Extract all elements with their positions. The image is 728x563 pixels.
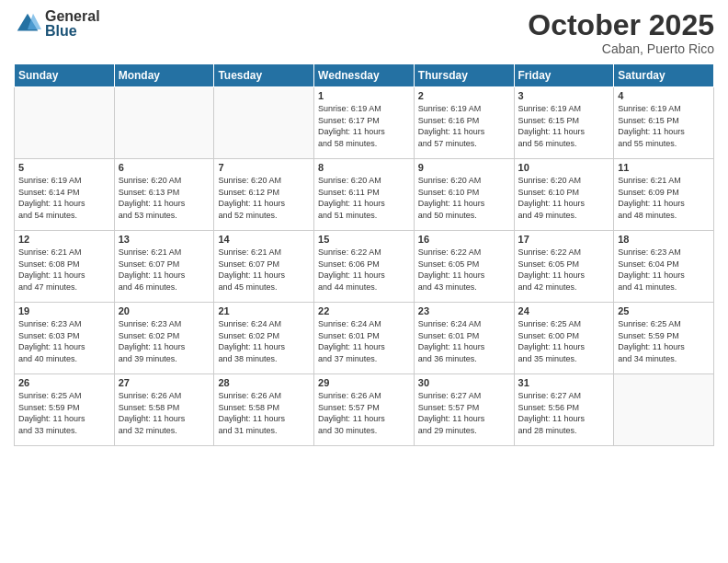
day-info: Sunrise: 6:27 AM Sunset: 5:56 PM Dayligh… <box>518 390 610 436</box>
calendar-week-4: 19Sunrise: 6:23 AM Sunset: 6:03 PM Dayli… <box>15 303 714 374</box>
logo-text: General Blue <box>45 9 100 39</box>
calendar-cell: 13Sunrise: 6:21 AM Sunset: 6:07 PM Dayli… <box>114 231 214 303</box>
day-info: Sunrise: 6:21 AM Sunset: 6:07 PM Dayligh… <box>218 247 310 293</box>
day-info: Sunrise: 6:22 AM Sunset: 6:05 PM Dayligh… <box>418 247 510 293</box>
calendar-cell: 16Sunrise: 6:22 AM Sunset: 6:05 PM Dayli… <box>414 231 514 303</box>
calendar-cell: 3Sunrise: 6:19 AM Sunset: 6:15 PM Daylig… <box>514 87 614 159</box>
day-number: 21 <box>218 305 310 316</box>
calendar-header: Sunday Monday Tuesday Wednesday Thursday… <box>15 64 714 87</box>
calendar-cell <box>15 87 115 159</box>
day-info: Sunrise: 6:25 AM Sunset: 5:59 PM Dayligh… <box>618 318 710 364</box>
calendar-cell <box>214 87 314 159</box>
calendar-body: 1Sunrise: 6:19 AM Sunset: 6:17 PM Daylig… <box>15 87 714 446</box>
day-number: 7 <box>218 162 310 173</box>
calendar-cell: 21Sunrise: 6:24 AM Sunset: 6:02 PM Dayli… <box>214 303 314 374</box>
calendar-cell: 18Sunrise: 6:23 AM Sunset: 6:04 PM Dayli… <box>614 231 714 303</box>
col-saturday: Saturday <box>614 64 714 87</box>
day-info: Sunrise: 6:25 AM Sunset: 5:59 PM Dayligh… <box>18 390 110 436</box>
page: General Blue October 2025 Caban, Puerto … <box>0 0 728 563</box>
day-number: 11 <box>618 162 710 173</box>
header-row: Sunday Monday Tuesday Wednesday Thursday… <box>15 64 714 87</box>
day-number: 3 <box>518 90 610 101</box>
day-number: 27 <box>119 377 210 388</box>
calendar-cell: 22Sunrise: 6:24 AM Sunset: 6:01 PM Dayli… <box>314 303 415 374</box>
day-number: 18 <box>618 234 710 245</box>
calendar-cell: 31Sunrise: 6:27 AM Sunset: 5:56 PM Dayli… <box>514 374 614 446</box>
calendar-cell: 7Sunrise: 6:20 AM Sunset: 6:12 PM Daylig… <box>214 159 314 231</box>
calendar-cell: 29Sunrise: 6:26 AM Sunset: 5:57 PM Dayli… <box>314 374 415 446</box>
col-monday: Monday <box>114 64 214 87</box>
calendar-cell: 2Sunrise: 6:19 AM Sunset: 6:16 PM Daylig… <box>414 87 514 159</box>
day-info: Sunrise: 6:21 AM Sunset: 6:08 PM Dayligh… <box>18 247 110 293</box>
day-number: 12 <box>18 234 110 245</box>
logo-blue: Blue <box>45 24 100 39</box>
calendar-week-5: 26Sunrise: 6:25 AM Sunset: 5:59 PM Dayli… <box>15 374 714 446</box>
day-info: Sunrise: 6:21 AM Sunset: 6:09 PM Dayligh… <box>618 175 710 221</box>
day-info: Sunrise: 6:26 AM Sunset: 5:57 PM Dayligh… <box>318 390 410 436</box>
day-number: 23 <box>418 305 510 316</box>
day-number: 14 <box>218 234 310 245</box>
calendar-cell: 28Sunrise: 6:26 AM Sunset: 5:58 PM Dayli… <box>214 374 314 446</box>
calendar-cell: 14Sunrise: 6:21 AM Sunset: 6:07 PM Dayli… <box>214 231 314 303</box>
day-number: 1 <box>318 90 410 101</box>
header: General Blue October 2025 Caban, Puerto … <box>14 9 714 56</box>
day-info: Sunrise: 6:23 AM Sunset: 6:04 PM Dayligh… <box>618 247 710 293</box>
day-info: Sunrise: 6:27 AM Sunset: 5:57 PM Dayligh… <box>418 390 510 436</box>
logo-general: General <box>45 9 100 24</box>
day-number: 19 <box>18 305 110 316</box>
calendar-week-3: 12Sunrise: 6:21 AM Sunset: 6:08 PM Dayli… <box>15 231 714 303</box>
calendar-cell: 15Sunrise: 6:22 AM Sunset: 6:06 PM Dayli… <box>314 231 415 303</box>
calendar-cell: 26Sunrise: 6:25 AM Sunset: 5:59 PM Dayli… <box>15 374 115 446</box>
calendar-cell: 12Sunrise: 6:21 AM Sunset: 6:08 PM Dayli… <box>15 231 115 303</box>
calendar-cell: 25Sunrise: 6:25 AM Sunset: 5:59 PM Dayli… <box>614 303 714 374</box>
day-info: Sunrise: 6:26 AM Sunset: 5:58 PM Dayligh… <box>218 390 310 436</box>
day-info: Sunrise: 6:20 AM Sunset: 6:10 PM Dayligh… <box>518 175 610 221</box>
day-info: Sunrise: 6:19 AM Sunset: 6:15 PM Dayligh… <box>618 103 710 149</box>
logo: General Blue <box>14 9 100 39</box>
day-info: Sunrise: 6:19 AM Sunset: 6:16 PM Dayligh… <box>418 103 510 149</box>
day-info: Sunrise: 6:20 AM Sunset: 6:12 PM Dayligh… <box>218 175 310 221</box>
day-number: 26 <box>18 377 110 388</box>
day-number: 22 <box>318 305 410 316</box>
day-number: 31 <box>518 377 610 388</box>
day-info: Sunrise: 6:20 AM Sunset: 6:11 PM Dayligh… <box>318 175 410 221</box>
col-friday: Friday <box>514 64 614 87</box>
calendar-cell: 4Sunrise: 6:19 AM Sunset: 6:15 PM Daylig… <box>614 87 714 159</box>
calendar-cell: 6Sunrise: 6:20 AM Sunset: 6:13 PM Daylig… <box>114 159 214 231</box>
day-number: 17 <box>518 234 610 245</box>
col-wednesday: Wednesday <box>314 64 415 87</box>
calendar-cell <box>114 87 214 159</box>
col-sunday: Sunday <box>15 64 115 87</box>
day-info: Sunrise: 6:19 AM Sunset: 6:17 PM Dayligh… <box>318 103 410 149</box>
day-info: Sunrise: 6:24 AM Sunset: 6:01 PM Dayligh… <box>318 318 410 364</box>
day-number: 30 <box>418 377 510 388</box>
day-number: 2 <box>418 90 510 101</box>
day-info: Sunrise: 6:26 AM Sunset: 5:58 PM Dayligh… <box>119 390 210 436</box>
calendar-cell: 20Sunrise: 6:23 AM Sunset: 6:02 PM Dayli… <box>114 303 214 374</box>
calendar-cell: 27Sunrise: 6:26 AM Sunset: 5:58 PM Dayli… <box>114 374 214 446</box>
calendar-cell: 8Sunrise: 6:20 AM Sunset: 6:11 PM Daylig… <box>314 159 415 231</box>
day-number: 28 <box>218 377 310 388</box>
location-subtitle: Caban, Puerto Rico <box>528 41 714 56</box>
calendar-week-2: 5Sunrise: 6:19 AM Sunset: 6:14 PM Daylig… <box>15 159 714 231</box>
calendar-cell: 10Sunrise: 6:20 AM Sunset: 6:10 PM Dayli… <box>514 159 614 231</box>
calendar-week-1: 1Sunrise: 6:19 AM Sunset: 6:17 PM Daylig… <box>15 87 714 159</box>
day-info: Sunrise: 6:20 AM Sunset: 6:10 PM Dayligh… <box>418 175 510 221</box>
calendar-cell <box>614 374 714 446</box>
day-number: 6 <box>119 162 210 173</box>
day-info: Sunrise: 6:23 AM Sunset: 6:02 PM Dayligh… <box>119 318 210 364</box>
calendar-cell: 9Sunrise: 6:20 AM Sunset: 6:10 PM Daylig… <box>414 159 514 231</box>
day-number: 16 <box>418 234 510 245</box>
calendar-cell: 30Sunrise: 6:27 AM Sunset: 5:57 PM Dayli… <box>414 374 514 446</box>
month-title: October 2025 <box>528 9 714 41</box>
day-number: 25 <box>618 305 710 316</box>
calendar-cell: 11Sunrise: 6:21 AM Sunset: 6:09 PM Dayli… <box>614 159 714 231</box>
day-number: 24 <box>518 305 610 316</box>
day-number: 20 <box>119 305 210 316</box>
calendar: Sunday Monday Tuesday Wednesday Thursday… <box>14 63 714 446</box>
day-info: Sunrise: 6:19 AM Sunset: 6:15 PM Dayligh… <box>518 103 610 149</box>
calendar-cell: 5Sunrise: 6:19 AM Sunset: 6:14 PM Daylig… <box>15 159 115 231</box>
day-number: 15 <box>318 234 410 245</box>
day-number: 4 <box>618 90 710 101</box>
calendar-cell: 19Sunrise: 6:23 AM Sunset: 6:03 PM Dayli… <box>15 303 115 374</box>
